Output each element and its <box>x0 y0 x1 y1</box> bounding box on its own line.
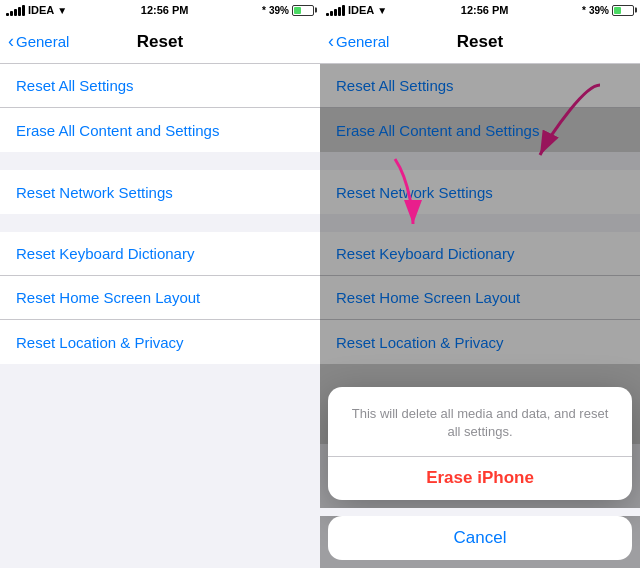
cancel-button[interactable]: Cancel <box>328 516 632 560</box>
erase-iphone-button[interactable]: Erase iPhone <box>328 456 632 500</box>
right-wifi-icon: ▼ <box>377 5 387 16</box>
right-battery-icon <box>612 5 634 16</box>
alert-cancel-box: Cancel <box>328 516 632 560</box>
left-section-3: Reset Keyboard Dictionary Reset Home Scr… <box>0 232 320 364</box>
alert-message: This will delete all media and data, and… <box>328 387 632 455</box>
left-label-reset-home: Reset Home Screen Layout <box>16 289 200 306</box>
left-label-reset-location: Reset Location & Privacy <box>16 334 184 351</box>
bluetooth-icon: * <box>262 5 266 16</box>
left-label-reset-keyboard: Reset Keyboard Dictionary <box>16 245 194 262</box>
left-panel: IDEA ▼ 12:56 PM * 39% ‹ General Reset Re… <box>0 0 320 568</box>
right-chevron-left-icon: ‹ <box>328 31 334 52</box>
time-label: 12:56 PM <box>141 4 189 16</box>
left-status-right: * 39% <box>262 5 314 16</box>
left-settings-list: Reset All Settings Erase All Content and… <box>0 64 320 568</box>
signal-icon <box>6 5 25 16</box>
right-back-button[interactable]: ‹ General <box>328 32 389 52</box>
carrier-label: IDEA <box>28 4 54 16</box>
right-battery-percent-label: 39% <box>589 5 609 16</box>
left-label-reset-all: Reset All Settings <box>16 77 134 94</box>
right-time-label: 12:56 PM <box>461 4 509 16</box>
battery-icon <box>292 5 314 16</box>
left-section-2: Reset Network Settings <box>0 170 320 214</box>
left-status-bar: IDEA ▼ 12:56 PM * 39% <box>0 0 320 20</box>
left-nav-bar: ‹ General Reset <box>0 20 320 64</box>
alert-gap <box>320 508 640 516</box>
right-signal-icon <box>326 5 345 16</box>
left-gap-1 <box>0 152 320 170</box>
left-back-button[interactable]: ‹ General <box>8 32 69 52</box>
left-item-reset-keyboard[interactable]: Reset Keyboard Dictionary <box>0 232 320 276</box>
alert-overlay: This will delete all media and data, and… <box>320 379 640 568</box>
right-carrier-label: IDEA <box>348 4 374 16</box>
right-bluetooth-icon: * <box>582 5 586 16</box>
right-panel: IDEA ▼ 12:56 PM * 39% ‹ General Reset Re… <box>320 0 640 568</box>
left-item-reset-home[interactable]: Reset Home Screen Layout <box>0 276 320 320</box>
right-status-bar: IDEA ▼ 12:56 PM * 39% <box>320 0 640 20</box>
left-gap-2 <box>0 214 320 232</box>
right-status-right: * 39% <box>582 5 634 16</box>
alert-box: This will delete all media and data, and… <box>328 387 632 500</box>
chevron-left-icon: ‹ <box>8 31 14 52</box>
left-item-reset-all[interactable]: Reset All Settings <box>0 64 320 108</box>
battery-percent-label: 39% <box>269 5 289 16</box>
left-item-erase-all[interactable]: Erase All Content and Settings <box>0 108 320 152</box>
left-item-reset-network[interactable]: Reset Network Settings <box>0 170 320 214</box>
left-label-reset-network: Reset Network Settings <box>16 184 173 201</box>
right-nav-bar: ‹ General Reset <box>320 20 640 64</box>
wifi-icon: ▼ <box>57 5 67 16</box>
right-status-left: IDEA ▼ <box>326 4 387 16</box>
left-section-1: Reset All Settings Erase All Content and… <box>0 64 320 152</box>
left-item-reset-location[interactable]: Reset Location & Privacy <box>0 320 320 364</box>
left-status-left: IDEA ▼ <box>6 4 67 16</box>
left-nav-title: Reset <box>137 32 183 52</box>
right-nav-title: Reset <box>457 32 503 52</box>
left-label-erase-all: Erase All Content and Settings <box>16 122 219 139</box>
right-back-label: General <box>336 33 389 50</box>
left-back-label: General <box>16 33 69 50</box>
